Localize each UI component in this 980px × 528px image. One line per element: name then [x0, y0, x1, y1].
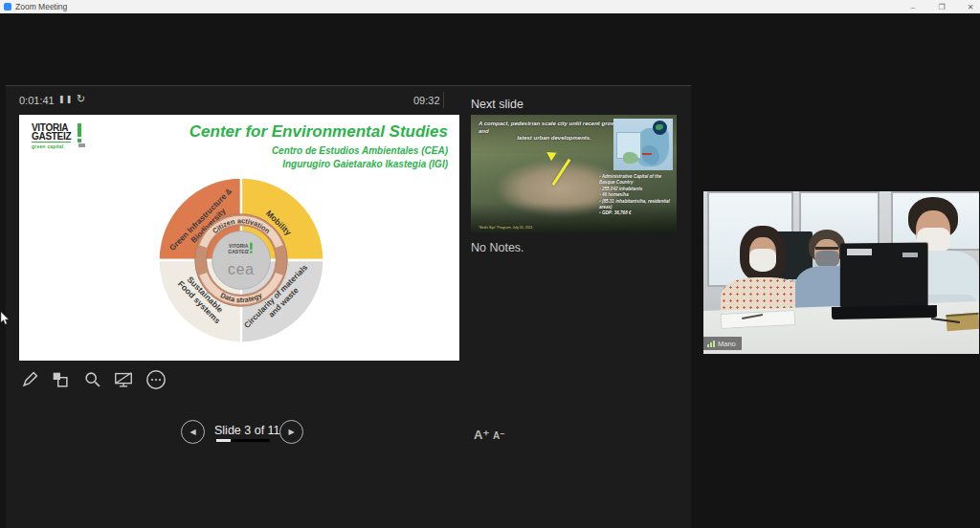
maximize-button[interactable]: ❐ — [936, 3, 947, 11]
presentation-timer: 0:01:41 — [19, 95, 55, 106]
notes-text: No Notes. — [471, 241, 524, 254]
mouse-cursor — [0, 312, 10, 325]
participant-name-tag: Mano — [703, 337, 742, 350]
pause-timer-button[interactable]: ❚❚ — [58, 95, 73, 103]
participant-name: Mano — [718, 340, 736, 348]
close-button[interactable]: ✕ — [965, 3, 976, 11]
magnifier-button[interactable] — [80, 367, 105, 392]
title-bar: Zoom Meeting – ❐ ✕ — [0, 0, 980, 13]
previous-arrow-icon: ◀ — [189, 428, 195, 436]
slide-sorter-button[interactable] — [48, 367, 73, 392]
basque-country-map — [613, 119, 673, 170]
decrease-text-size-button[interactable]: A⁻ — [493, 430, 505, 441]
restart-timer-button[interactable]: ↻ — [77, 93, 85, 105]
globe-icon — [653, 121, 667, 135]
slide-subtitle-eu: Ingurugiro Gaietarako Ikastegia (IGI) — [282, 159, 448, 169]
slide-title: Center for Environmental Studies — [189, 122, 448, 142]
signal-strength-icon — [707, 341, 715, 347]
glasses — [815, 247, 838, 250]
next-slide-header: Next slide — [471, 98, 523, 111]
vitoria-gasteiz-logo: VITORIA GASTEIZ green capital — [32, 123, 85, 149]
minimize-button[interactable]: – — [907, 3, 919, 11]
thumbnail-bullet-list: Administrative Capital of the Basque Cou… — [599, 174, 672, 217]
slide-progress-bar — [216, 439, 270, 442]
pen-tool-button[interactable] — [17, 367, 42, 392]
cea-wheel-diagram: Green Infrastructure & Biodiversity Mobi… — [153, 172, 329, 348]
logo-exclamation-icon — [73, 123, 85, 147]
blank-screen-icon — [113, 369, 134, 390]
logo-tagline: green capital — [32, 142, 71, 149]
thumbnail-caption: A compact, pedestrian scale city until r… — [479, 121, 630, 143]
slide-sorter-icon — [50, 369, 71, 390]
clock-time: 09:32 — [413, 95, 440, 106]
next-slide-thumbnail[interactable]: A compact, pedestrian scale city until r… — [471, 115, 677, 232]
center-cea-label: cea — [228, 261, 255, 277]
center-logo-line2: GASTEIZ — [228, 249, 249, 254]
participant-video-tile[interactable]: Mano — [703, 191, 979, 354]
window-title: Zoom Meeting — [15, 2, 67, 11]
slide-subtitle-es: Centro de Estudios Ambientales (CEA) — [272, 145, 448, 156]
next-slide-button[interactable]: ▶ — [279, 420, 303, 444]
increase-text-size-button[interactable]: A⁺ — [474, 428, 489, 442]
next-arrow-icon: ▶ — [288, 428, 294, 436]
center-logo-exclamation-icon — [250, 243, 252, 250]
magnifier-icon — [82, 369, 103, 390]
blank-screen-button[interactable] — [111, 367, 136, 392]
more-options-button[interactable] — [144, 367, 168, 392]
face-mask — [749, 249, 776, 272]
slide-counter: Slide 3 of 11 — [214, 424, 280, 437]
logo-line2: GASTEIZ — [32, 132, 71, 141]
zoom-meeting-window: Zoom Meeting – ❐ ✕ 0:01:41 ❚❚ ↻ 09:32 Ne… — [0, 0, 980, 528]
previous-slide-button[interactable]: ◀ — [181, 420, 205, 444]
zoom-app-icon — [4, 3, 11, 11]
current-slide[interactable]: VITORIA GASTEIZ green capital Center for… — [19, 115, 459, 361]
pen-icon — [19, 369, 40, 390]
photo-credit: "Bird's Eye" Program, July 05, 2011 — [479, 226, 533, 230]
header-divider — [443, 92, 444, 108]
more-options-icon — [145, 368, 167, 391]
